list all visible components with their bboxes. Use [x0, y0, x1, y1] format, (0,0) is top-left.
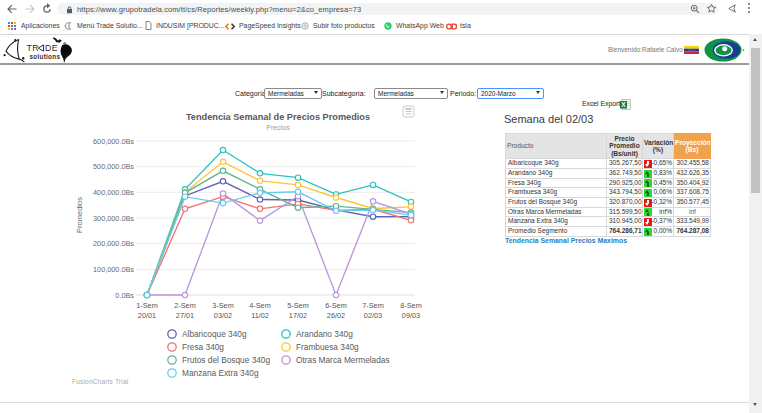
svg-text:03/02: 03/02 [214, 311, 232, 320]
svg-text:Albaricoque 340g: Albaricoque 340g [182, 329, 247, 339]
svg-text:7-Sem: 7-Sem [362, 301, 384, 310]
svg-text:26/02: 26/02 [327, 311, 345, 320]
svg-text:Frambuesa 340g: Frambuesa 340g [296, 342, 359, 352]
svg-text:5-Sem: 5-Sem [287, 301, 309, 310]
svg-text:Arandano 340g: Arandano 340g [296, 329, 353, 339]
svg-text:20/01: 20/01 [138, 311, 156, 320]
svg-text:200,000.0Bs: 200,000.0Bs [93, 239, 134, 248]
svg-text:TR: TR [27, 43, 40, 53]
svg-text:Fresa 340g: Fresa 340g [182, 342, 224, 352]
svg-text:02/03: 02/03 [364, 311, 382, 320]
svg-text:Precios: Precios [266, 124, 290, 131]
svg-text:Otras Marca Mermeladas: Otras Marca Mermeladas [296, 355, 390, 365]
svg-text:300,000.0Bs: 300,000.0Bs [93, 214, 134, 223]
svg-text:100,000.0Bs: 100,000.0Bs [93, 265, 134, 274]
svg-text:17/02: 17/02 [289, 311, 307, 320]
svg-text:2-Sem: 2-Sem [174, 301, 196, 310]
svg-text:09/03: 09/03 [402, 311, 420, 320]
svg-text:600,000.0Bs: 600,000.0Bs [93, 137, 134, 146]
svg-text:11/02: 11/02 [251, 311, 269, 320]
svg-text:Frutos del Bosque 340g: Frutos del Bosque 340g [182, 355, 270, 365]
svg-text:4-Sem: 4-Sem [249, 301, 271, 310]
svg-text:Promedios: Promedios [75, 197, 84, 233]
svg-text:X: X [621, 101, 626, 108]
svg-text:Manzana Extra 340g: Manzana Extra 340g [182, 368, 259, 378]
svg-text:solutions: solutions [30, 53, 61, 60]
svg-text:27/01: 27/01 [176, 311, 194, 320]
svg-text:DE: DE [45, 43, 58, 53]
svg-text:Tendencia Semanal de Precios P: Tendencia Semanal de Precios Promedios [186, 112, 370, 122]
svg-text:3-Sem: 3-Sem [212, 301, 234, 310]
svg-text:0.0Bs: 0.0Bs [115, 291, 134, 300]
svg-text:6-Sem: 6-Sem [325, 301, 347, 310]
svg-text:500,000.0Bs: 500,000.0Bs [93, 162, 134, 171]
svg-text:8-Sem: 8-Sem [400, 301, 422, 310]
svg-text:400,000.0Bs: 400,000.0Bs [93, 188, 134, 197]
svg-text:1-Sem: 1-Sem [136, 301, 158, 310]
